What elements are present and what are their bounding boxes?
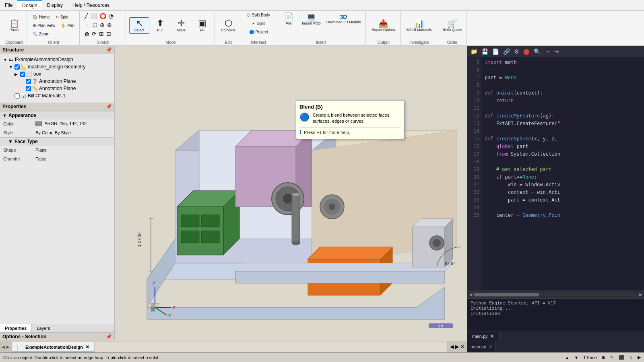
ribbon-group-sketch: ╱ ⬜ ⭕ ◔ ⟋ ⬡ ⊕ ⊛ ⟰ ⟳ ⊞ ⊟ xyxy=(80,11,126,45)
resize1-icon[interactable]: ⊞ xyxy=(602,355,605,360)
sketch-tool1-icon[interactable]: ⟋ xyxy=(84,21,91,29)
viewport-nav-left-icon[interactable]: ◀ xyxy=(2,345,5,349)
scroll-right-icon[interactable]: ▶ xyxy=(639,292,642,297)
code-link-icon[interactable]: 🔗 xyxy=(502,47,512,56)
import-pcb-button[interactable]: 💻 Import PCB xyxy=(299,11,323,27)
viewport-collapse-right-icon[interactable]: ▶ xyxy=(455,344,459,350)
zoom-button[interactable]: 🔍 Zoom xyxy=(30,30,52,38)
box-checkbox[interactable] xyxy=(20,72,25,77)
code-content[interactable]: import math part = None def oninit(conte… xyxy=(481,57,644,290)
tree-item-geometry[interactable]: ▼ 📐 machine_design Geometry xyxy=(0,63,114,70)
file-button[interactable]: 📄 File xyxy=(279,11,299,27)
download-3d-button[interactable]: 3D Download 3D Models xyxy=(324,11,363,27)
collapse-geometry-icon[interactable]: ▼ xyxy=(9,65,14,69)
menu-file[interactable]: File xyxy=(0,1,17,10)
menu-design[interactable]: Design xyxy=(17,0,42,10)
split-body-button[interactable]: ⬡ Split Body xyxy=(244,11,272,19)
fill-button[interactable]: ▣ Fill xyxy=(192,17,212,34)
svg-point-25 xyxy=(292,193,300,197)
menu-display[interactable]: Display xyxy=(42,1,68,10)
geometry-checkbox[interactable] xyxy=(14,64,20,70)
down-arrow-icon[interactable]: ▼ xyxy=(574,355,578,360)
sketch-arc-icon[interactable]: ◔ xyxy=(108,12,114,20)
sketch-tool2-icon[interactable]: ⬡ xyxy=(92,21,98,29)
pan-button[interactable]: ✋ Pan xyxy=(58,22,77,29)
left-bottom: Properties Layers Options - Selection 📌 xyxy=(0,324,114,341)
bottom-tab-options[interactable]: 📄 ExampleAutomationDesign ✕ xyxy=(12,342,95,352)
chamfer-label: Chamfer xyxy=(3,156,35,161)
menu-help[interactable]: Help / Resources xyxy=(68,1,114,10)
bom-quote-button[interactable]: 🛒 BOM Quote xyxy=(440,18,464,33)
spin-button[interactable]: ↻ Spin xyxy=(53,13,71,21)
code-tab-close-icon[interactable]: ✕ xyxy=(490,333,494,339)
sketch-tool6-icon[interactable]: ⟳ xyxy=(91,30,97,38)
ribbon-group-order: 🛒 BOM Quote Order xyxy=(438,11,467,45)
structure-panel-header[interactable]: Structure 📌 xyxy=(0,46,114,54)
options-pin-icon[interactable]: 📌 xyxy=(106,334,112,339)
split-button[interactable]: ✂ Split xyxy=(250,20,267,27)
combine-button[interactable]: ⬡ Combine xyxy=(218,17,238,34)
pull-button[interactable]: ⬆ Pull xyxy=(150,17,170,34)
sketch-line-icon[interactable]: ╱ xyxy=(84,12,89,20)
resize3-icon[interactable]: ⬛ xyxy=(619,355,624,360)
annotation2-checkbox[interactable] xyxy=(26,86,31,91)
export-options-button[interactable]: 📤 Export Options xyxy=(369,18,398,33)
code-tab-main[interactable]: main.py ✕ xyxy=(467,332,500,341)
code-stop-icon[interactable]: ⬤ xyxy=(522,47,531,56)
tree-item-annotation1[interactable]: ❓ Annotation Plane xyxy=(0,78,114,85)
sketch-tool5-icon[interactable]: ⟰ xyxy=(84,30,90,38)
bill-of-materials-button[interactable]: 📊 Bill Of Materials xyxy=(404,18,434,33)
zoom-fit-icon[interactable]: ⤡ xyxy=(629,355,633,360)
sketch-label: Sketch xyxy=(97,40,109,45)
collapse-box-icon[interactable]: ▶ xyxy=(14,72,20,76)
paste-button[interactable]: 📋 Paste xyxy=(4,18,24,33)
code-arrow1-icon[interactable]: → xyxy=(543,47,552,56)
tree-item-box[interactable]: ▶ ⬜ box xyxy=(0,70,114,78)
viewport-close-icon[interactable]: ✕ xyxy=(460,344,464,350)
tree-item-annotation2[interactable]: 📏 Annotation Plane xyxy=(0,85,114,92)
sketch-rect-icon[interactable]: ⬜ xyxy=(89,12,98,20)
appearance-header[interactable]: ▼ Appearance xyxy=(0,111,114,119)
code-folder-icon[interactable]: 📁 xyxy=(469,47,479,56)
collapse-root-icon[interactable]: ▼ xyxy=(3,58,9,62)
sketch-tool4-icon[interactable]: ⊛ xyxy=(106,21,113,29)
code-arrow2-icon[interactable]: ↪ xyxy=(553,47,561,56)
annotation1-checkbox[interactable] xyxy=(26,79,31,84)
properties-pin-icon[interactable]: 📌 xyxy=(106,104,112,109)
project-button[interactable]: 🔵 Project xyxy=(247,28,270,36)
bom-icon: 📊 xyxy=(414,19,424,27)
code-search-icon[interactable]: 🔍 xyxy=(532,47,542,56)
up-arrow-icon[interactable]: ▲ xyxy=(565,355,570,360)
select-button[interactable]: ↖ Select xyxy=(129,17,149,34)
code-scrollbar[interactable]: ◀ ▶ xyxy=(467,290,644,298)
bom-checkbox[interactable] xyxy=(14,93,20,99)
sketch-tool8-icon[interactable]: ⊟ xyxy=(105,30,112,38)
home-button[interactable]: 🏠 Home xyxy=(30,13,52,21)
tree-item-bom[interactable]: 📊 Bill Of Materials 1 xyxy=(0,92,114,99)
resize2-icon[interactable]: ↖ xyxy=(610,355,614,360)
code-bottom-close-icon[interactable]: ✕ xyxy=(489,344,492,350)
status-bar: Click an object. Double-click to select … xyxy=(0,352,644,362)
move-button[interactable]: ✛ Move xyxy=(171,17,191,34)
code-new-icon[interactable]: 📄 xyxy=(491,47,501,56)
code-save-icon[interactable]: 💾 xyxy=(480,47,490,56)
scroll-thumb[interactable] xyxy=(474,293,539,296)
scroll-left-icon[interactable]: ◀ xyxy=(469,292,472,297)
pin-icon[interactable]: 📌 xyxy=(106,47,112,53)
viewport-nav-right-icon[interactable]: ▶ xyxy=(6,345,10,349)
color-swatch[interactable] xyxy=(35,121,42,126)
sketch-circle-icon[interactable]: ⭕ xyxy=(99,12,107,20)
viewport-3d-scene: 1.077in 97.9° Z X Y xyxy=(115,46,467,341)
plan-view-button[interactable]: ⊞ Plan View xyxy=(30,22,58,29)
viewport-collapse-left-icon[interactable]: ◀ xyxy=(450,344,454,350)
arrow-right-icon[interactable]: ▶ xyxy=(638,355,641,360)
tab-properties[interactable]: Properties xyxy=(0,324,32,332)
tree-item-root[interactable]: ▼ 🗂 ExampleAutomationDesign xyxy=(0,56,114,63)
properties-panel-header[interactable]: Properties 📌 xyxy=(0,103,114,111)
sketch-tool7-icon[interactable]: ⊞ xyxy=(98,30,105,38)
face-type-header[interactable]: ▼ Face Type xyxy=(0,137,114,146)
viewport-tab-close-icon[interactable]: ✕ xyxy=(85,344,89,350)
sketch-tool3-icon[interactable]: ⊕ xyxy=(99,21,105,29)
code-settings-icon[interactable]: ⚙ xyxy=(512,47,521,56)
tab-layers[interactable]: Layers xyxy=(32,324,55,332)
